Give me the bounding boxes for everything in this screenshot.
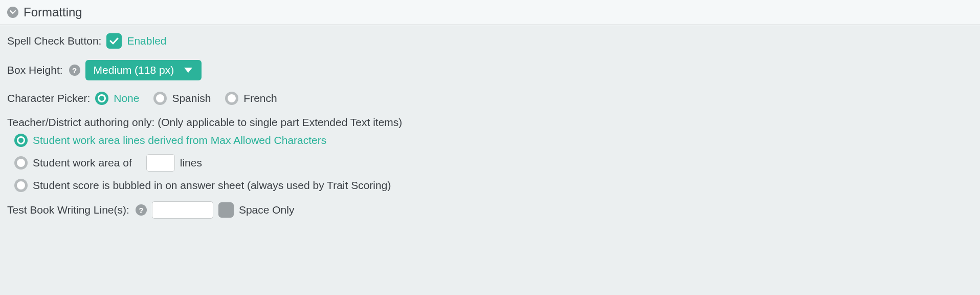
fixed-lines-input[interactable] bbox=[146, 154, 175, 172]
formatting-panel: Formatting Spell Check Button: Enabled B… bbox=[0, 0, 980, 230]
test-book-label: Test Book Writing Line(s): bbox=[7, 204, 129, 216]
character-picker-row: Character Picker: None Spanish French bbox=[7, 92, 973, 105]
box-height-row: Box Height: ? Medium (118 px) bbox=[7, 60, 973, 80]
space-only-label: Space Only bbox=[239, 204, 295, 216]
radio-icon bbox=[153, 92, 167, 105]
authoring-option-derived[interactable]: Student work area lines derived from Max… bbox=[14, 134, 326, 147]
authoring-option-fixed-lines[interactable]: Student work area of bbox=[14, 156, 132, 170]
check-icon bbox=[109, 37, 119, 45]
character-picker-option-spanish-label: Spanish bbox=[172, 92, 211, 104]
authoring-option-bubbled-row: Student score is bubbled in on answer sh… bbox=[14, 179, 973, 192]
character-picker-option-none-label: None bbox=[114, 92, 139, 104]
character-picker-option-french[interactable]: French bbox=[225, 92, 277, 105]
authoring-option-derived-row: Student work area lines derived from Max… bbox=[14, 134, 973, 147]
authoring-option-fixed-lines-suffix: lines bbox=[180, 157, 202, 169]
authoring-option-derived-label: Student work area lines derived from Max… bbox=[33, 134, 326, 146]
spell-check-status: Enabled bbox=[127, 35, 166, 47]
authoring-option-fixed-lines-row: Student work area of lines bbox=[14, 154, 973, 172]
spell-check-row: Spell Check Button: Enabled bbox=[7, 33, 973, 49]
spell-check-label: Spell Check Button: bbox=[7, 35, 101, 47]
authoring-options: Student work area lines derived from Max… bbox=[14, 134, 973, 192]
panel-header[interactable]: Formatting bbox=[0, 0, 980, 25]
test-book-help-icon[interactable]: ? bbox=[136, 204, 147, 216]
radio-icon bbox=[95, 92, 108, 105]
radio-icon bbox=[225, 92, 238, 105]
test-book-lines-input[interactable] bbox=[152, 201, 213, 219]
authoring-option-fixed-lines-prefix: Student work area of bbox=[33, 157, 132, 169]
test-book-row: Test Book Writing Line(s): ? Space Only bbox=[7, 201, 973, 219]
box-height-help-icon[interactable]: ? bbox=[69, 65, 80, 76]
chevron-down-icon bbox=[7, 7, 18, 18]
radio-icon bbox=[14, 156, 28, 170]
authoring-option-bubbled[interactable]: Student score is bubbled in on answer sh… bbox=[14, 179, 391, 192]
panel-title: Formatting bbox=[24, 5, 82, 19]
authoring-note: Teacher/District authoring only: (Only a… bbox=[7, 116, 973, 129]
box-height-dropdown[interactable]: Medium (118 px) bbox=[85, 60, 202, 80]
character-picker-option-spanish[interactable]: Spanish bbox=[153, 92, 211, 105]
authoring-section: Teacher/District authoring only: (Only a… bbox=[7, 116, 973, 192]
radio-icon bbox=[14, 179, 28, 192]
space-only-toggle[interactable] bbox=[218, 202, 234, 218]
radio-icon bbox=[14, 134, 28, 147]
authoring-option-bubbled-label: Student score is bubbled in on answer sh… bbox=[33, 179, 391, 192]
character-picker-option-none[interactable]: None bbox=[95, 92, 139, 105]
caret-down-icon bbox=[184, 68, 192, 73]
box-height-selected: Medium (118 px) bbox=[94, 64, 174, 76]
spell-check-toggle[interactable] bbox=[106, 33, 122, 49]
character-picker-label: Character Picker: bbox=[7, 92, 90, 104]
character-picker-option-french-label: French bbox=[243, 92, 277, 104]
box-height-label: Box Height: bbox=[7, 64, 63, 76]
panel-body: Spell Check Button: Enabled Box Height: … bbox=[0, 25, 980, 230]
